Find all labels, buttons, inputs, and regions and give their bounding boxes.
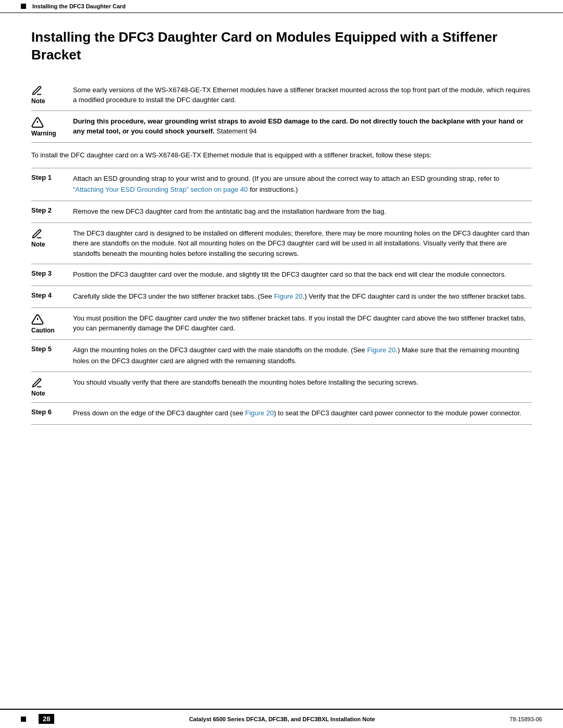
- step6-block: Step 6 Press down on the edge of the DFC…: [31, 403, 532, 425]
- caution1-block: Caution You must position the DFC daught…: [31, 308, 532, 340]
- caution1-icon: [31, 313, 44, 326]
- step1-content: Attach an ESD grounding strap to your wr…: [73, 174, 532, 195]
- step5-label-area: Step 5: [31, 345, 73, 353]
- step6-label-area: Step 6: [31, 408, 73, 416]
- note3-block: Note You should visually verify that the…: [31, 372, 532, 403]
- step1-block: Step 1 Attach an ESD grounding strap to …: [31, 168, 532, 201]
- step2-content: Remove the new DFC3 daughter card from t…: [73, 206, 532, 217]
- step6-link[interactable]: Figure 20: [245, 409, 274, 417]
- step5-text-before: Align the mounting holes on the DFC3 dau…: [73, 346, 367, 354]
- warning1-icon: [31, 116, 44, 129]
- step4-block: Step 4 Carefully slide the DFC3 under th…: [31, 286, 532, 308]
- bottom-bar: 28 Catalyst 6500 Series DFC3A, DFC3B, an…: [0, 709, 563, 728]
- step4-link[interactable]: Figure 20: [274, 292, 303, 300]
- step1-text-before: Attach an ESD grounding strap to your wr…: [73, 175, 499, 182]
- step5-block: Step 5 Align the mounting holes on the D…: [31, 340, 532, 373]
- warning1-normal-text: Statement 94: [215, 127, 257, 135]
- note2-content: The DFC3 daughter card is designed to be…: [73, 228, 532, 259]
- note3-content: You should visually verify that there ar…: [73, 377, 532, 388]
- step4-text-after: .) Verify that the DFC daughter card is …: [303, 292, 526, 300]
- note3-label: Note: [31, 390, 45, 397]
- note2-pencil-icon: [31, 228, 43, 240]
- step4-label: Step 4: [31, 291, 52, 299]
- caution1-content: You must position the DFC daughter card …: [73, 313, 532, 334]
- bottom-right-text: 78-15893-06: [510, 716, 542, 722]
- caution1-icon-area: Caution: [31, 313, 73, 334]
- step4-text-before: Carefully slide the DFC3 under the two s…: [73, 292, 274, 300]
- page-number: 28: [39, 714, 54, 724]
- top-bar: Installing the DFC3 Daughter Card: [0, 0, 563, 13]
- step3-label: Step 3: [31, 269, 52, 277]
- note1-content: Some early versions of the WS-X6748-GE-T…: [73, 85, 532, 105]
- step1-link[interactable]: “Attaching Your ESD Grounding Strap” sec…: [73, 186, 248, 193]
- warning1-label: Warning: [31, 130, 56, 137]
- step3-label-area: Step 3: [31, 269, 73, 277]
- caution1-italic: under: [199, 314, 216, 322]
- bottom-left: 28: [21, 714, 54, 724]
- step5-link[interactable]: Figure 20: [367, 346, 396, 354]
- step4-content: Carefully slide the DFC3 under the two s…: [73, 291, 532, 302]
- caution1-label: Caution: [31, 327, 55, 334]
- step6-text-after: ) to seat the DFC3 daughter card power c…: [274, 409, 521, 417]
- warning1-content: During this procedure, wear grounding wr…: [73, 116, 532, 137]
- note3-icon-area: Note: [31, 377, 73, 397]
- step5-content: Align the mounting holes on the DFC3 dau…: [73, 345, 532, 367]
- step2-label: Step 2: [31, 206, 52, 214]
- warning1-bold-text: During this procedure, wear grounding wr…: [73, 117, 523, 135]
- bottom-square: [21, 717, 26, 722]
- main-content: Installing the DFC3 Daughter Card on Mod…: [0, 13, 563, 466]
- step5-label: Step 5: [31, 345, 52, 353]
- note1-label: Note: [31, 97, 45, 105]
- note2-label: Note: [31, 241, 45, 248]
- step6-label: Step 6: [31, 408, 52, 416]
- page-title: Installing the DFC3 Daughter Card on Mod…: [31, 29, 532, 64]
- note1-pencil-icon: [31, 85, 43, 96]
- step6-content: Press down on the edge of the DFC3 daugh…: [73, 408, 532, 419]
- step4-label-area: Step 4: [31, 291, 73, 299]
- top-bar-square: [21, 4, 26, 9]
- step1-label-area: Step 1: [31, 174, 73, 181]
- step3-content: Position the DFC3 daughter card over the…: [73, 269, 532, 280]
- note2-block: Note The DFC3 daughter card is designed …: [31, 223, 532, 265]
- note1-block: Note Some early versions of the WS-X6748…: [31, 80, 532, 111]
- top-bar-text: Installing the DFC3 Daughter Card: [32, 3, 126, 9]
- warning1-block: Warning During this procedure, wear grou…: [31, 111, 532, 143]
- step2-label-area: Step 2: [31, 206, 73, 214]
- note1-icon-area: Note: [31, 85, 73, 105]
- warning1-icon-area: Warning: [31, 116, 73, 137]
- note3-pencil-icon: [31, 377, 43, 389]
- step1-text-after: for instructions.): [248, 186, 298, 193]
- step2-block: Step 2 Remove the new DFC3 daughter card…: [31, 201, 532, 223]
- bottom-center-text: Catalyst 6500 Series DFC3A, DFC3B, and D…: [189, 716, 375, 722]
- step6-text-before: Press down on the edge of the DFC3 daugh…: [73, 409, 245, 417]
- caution1-text-before: You must position the DFC daughter card: [73, 314, 199, 322]
- intro-paragraph: To install the DFC daughter card on a WS…: [31, 143, 532, 169]
- note2-icon-area: Note: [31, 228, 73, 248]
- step1-label: Step 1: [31, 174, 52, 181]
- step3-block: Step 3 Position the DFC3 daughter card o…: [31, 264, 532, 286]
